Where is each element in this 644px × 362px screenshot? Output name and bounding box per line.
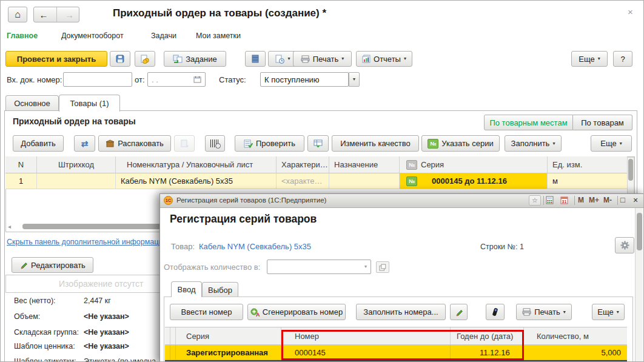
cell-number[interactable]: 0000145 — [281, 345, 451, 360]
printer-icon — [522, 308, 531, 316]
column-header-nomenclature[interactable]: Номенклатура / Упаковочный лист — [116, 156, 277, 173]
column-header-barcode[interactable]: Штрихкод — [37, 156, 116, 173]
maximize-icon[interactable]: □ — [620, 195, 625, 204]
column-header-quantity[interactable]: Количество, м — [524, 327, 627, 345]
forward-icon[interactable]: → — [60, 10, 79, 19]
cell-purpose[interactable] — [329, 173, 400, 189]
fill-button[interactable]: Заполнить ▾ — [505, 135, 562, 152]
goods-table-row[interactable]: 1 Кабель NYM (Севкабель) 5x35 <характе… … — [5, 173, 627, 189]
product-link[interactable]: Кабель NYM (Севкабель) 5x35 — [199, 242, 311, 251]
back-icon[interactable]: ← — [34, 10, 53, 19]
dialog-heading: Регистрация серий товаров — [170, 213, 317, 226]
calculator-icon[interactable] — [546, 196, 554, 204]
info-value-warehouse-group: <Не указан> — [84, 328, 129, 337]
movements-button[interactable] — [135, 51, 155, 67]
scroll-left-icon[interactable]: ◂ — [8, 223, 11, 230]
cell-series-status[interactable]: Зарегистрированная — [176, 345, 281, 360]
status-select[interactable]: К поступлению — [260, 72, 349, 87]
change-quality-button[interactable]: Изменить качество — [332, 135, 419, 152]
favorites-star-icon[interactable]: ☆ — [529, 195, 541, 206]
column-header-n[interactable]: N — [5, 156, 37, 173]
column-header-valid-until[interactable]: Годен до (дата) — [451, 327, 524, 345]
barcode-icon — [210, 139, 220, 147]
menu-item-main[interactable]: Главное — [7, 32, 38, 40]
column-header-characteristic[interactable]: Характери… — [277, 156, 329, 173]
column-header-series[interactable]: Серия — [176, 327, 281, 345]
goods-more-button[interactable]: Еще ▾ — [591, 135, 632, 152]
window-close-icon[interactable]: × — [628, 7, 633, 17]
dialog-titlebar[interactable]: 1С Регистрация серий товаров (1С:Предпри… — [160, 194, 644, 208]
settings-button[interactable] — [615, 237, 634, 253]
set-series-button[interactable]: № Указать серии — [421, 135, 500, 152]
unpack-button[interactable]: Распаковать — [98, 135, 171, 152]
cell-barcode[interactable] — [37, 173, 116, 189]
split-button[interactable]: ⇄ — [74, 135, 95, 152]
cell-quantity[interactable]: 5,000 — [524, 345, 627, 360]
enter-number-button[interactable]: Ввести номер — [170, 304, 243, 320]
copy-row-button[interactable] — [174, 135, 195, 152]
cell-characteristic[interactable]: <характе… — [277, 173, 329, 189]
vscroll-thumb[interactable] — [628, 159, 633, 181]
calendar-icon[interactable] — [193, 76, 201, 83]
date-input[interactable]: . . — [147, 72, 206, 87]
edit-button[interactable]: Редактировать — [12, 257, 93, 273]
task-button[interactable]: Задание — [164, 51, 226, 67]
toggle-by-places-label: По товарным местам — [489, 118, 567, 127]
tab-select[interactable]: Выбор — [202, 282, 238, 297]
series-table-row[interactable]: Зарегистрированная 0000145 11.12.16 5,00… — [165, 345, 627, 360]
column-header-series[interactable]: № Серия — [400, 156, 548, 173]
edit-series-button[interactable] — [450, 304, 468, 320]
series-registration-dialog: 1С Регистрация серий товаров (1С:Предпри… — [159, 193, 644, 362]
cell-nomenclature[interactable]: Кабель NYM (Севкабель) 5x35 — [116, 173, 277, 189]
structure-button[interactable] — [245, 51, 266, 67]
page-title: Приходный ордер на товары (создание) * — [113, 7, 326, 19]
incoming-doc-input[interactable] — [63, 72, 132, 87]
home-button[interactable]: ⌂ — [8, 7, 27, 22]
help-button[interactable]: ? — [613, 51, 632, 67]
check-label: Проверить — [256, 139, 295, 148]
scanner-button[interactable] — [486, 304, 505, 320]
cell-n[interactable]: 1 — [5, 173, 37, 189]
qty-display-input[interactable]: ▾ — [267, 260, 371, 274]
cell-series[interactable]: № 0000145 до 11.12.16 — [400, 173, 548, 189]
calc-m-minus-button[interactable]: M- — [603, 196, 612, 204]
dialog-close-icon[interactable]: × — [633, 195, 638, 205]
column-header-unit[interactable]: Ед. изм. — [548, 156, 627, 173]
toggle-by-goods-button[interactable]: По товарам — [573, 115, 632, 130]
reports-button[interactable]: Отчеты ▾ — [356, 51, 412, 67]
generate-number-button[interactable]: A Сгенерировать номер — [247, 304, 346, 320]
cell-unit[interactable]: м — [548, 173, 627, 189]
print-button[interactable]: Печать ▾ — [293, 51, 352, 67]
save-button[interactable] — [110, 51, 130, 67]
tab-input[interactable]: Ввод — [171, 281, 202, 297]
add-button[interactable]: Добавить — [13, 135, 64, 152]
calc-m-plus-button[interactable]: M+ — [589, 196, 599, 204]
dialog-more-button[interactable]: Еще ▾ — [592, 304, 625, 320]
check-button[interactable]: Проверить — [235, 135, 304, 152]
barcode-scan-button[interactable] — [205, 135, 225, 152]
tab-main[interactable]: Основное — [5, 95, 59, 111]
dialog-print-button[interactable]: Печать ▾ — [516, 304, 572, 320]
cell-valid-until[interactable]: 11.12.16 — [451, 345, 524, 360]
open-field-icon[interactable] — [376, 261, 389, 273]
tab-goods[interactable]: Товары (1) — [59, 95, 120, 112]
table-import-button[interactable] — [307, 135, 329, 152]
dialog-vscrollbar[interactable] — [635, 208, 643, 362]
scanner-icon — [491, 307, 499, 317]
column-header-purpose[interactable]: Назначение — [329, 156, 400, 173]
dialog-vscroll-thumb[interactable] — [637, 213, 642, 250]
hide-info-panel-link[interactable]: Скрыть панель дополнительной информации — [7, 238, 167, 246]
post-and-close-button[interactable]: Провести и закрыть — [5, 51, 107, 67]
calc-m-button[interactable]: M — [578, 196, 584, 204]
calendar-31-icon[interactable]: 31 — [560, 196, 568, 204]
menu-item-docflow[interactable]: Документооборот — [61, 32, 124, 40]
column-header-number[interactable]: Номер — [281, 327, 451, 345]
fill-numbers-button[interactable]: Заполнить номера... — [356, 304, 446, 320]
toggle-by-places-button[interactable]: По товарным местам — [484, 115, 573, 130]
menu-item-tasks[interactable]: Задачи — [151, 32, 176, 40]
status-dropdown-button[interactable]: ▾ — [349, 72, 360, 87]
report-chart-icon — [362, 55, 371, 63]
menu-item-notes[interactable]: Мои заметки — [196, 32, 241, 40]
caret-icon: ▾ — [287, 56, 290, 61]
more-button[interactable]: Еще ▾ — [571, 51, 608, 67]
